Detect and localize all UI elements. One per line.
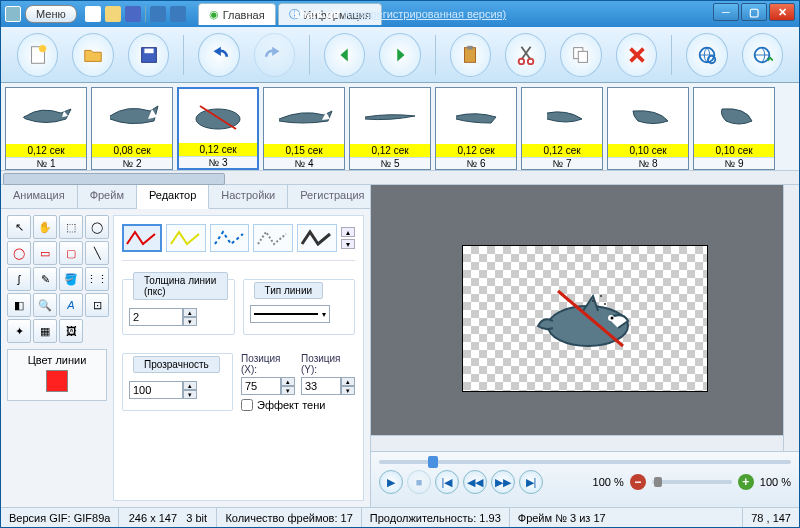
effect1-tool-icon[interactable]: ✦: [7, 319, 31, 343]
zoom-tool-icon[interactable]: 🔍: [33, 293, 57, 317]
crop-tool-icon[interactable]: ⊡: [85, 293, 109, 317]
canvas-vscrollbar[interactable]: [783, 185, 799, 451]
color-label: Цвет линии: [12, 354, 102, 366]
tab-animation[interactable]: Анимация: [1, 185, 78, 208]
image-tool-icon[interactable]: 🖼: [59, 319, 83, 343]
style-up-icon[interactable]: ▴: [341, 227, 355, 237]
style-5[interactable]: [297, 224, 337, 252]
spin-up-icon[interactable]: ▴: [183, 308, 197, 317]
frame-thumb[interactable]: 0,12 сек№ 6: [435, 87, 517, 170]
frame-thumb[interactable]: 0,12 сек№ 1: [5, 87, 87, 170]
rewind-button[interactable]: ◀◀: [463, 470, 487, 494]
svg-point-20: [600, 295, 602, 297]
zoom-label-2: 100 %: [760, 476, 791, 488]
canvas[interactable]: [462, 245, 708, 392]
play-button[interactable]: ▶: [379, 470, 403, 494]
delete-button[interactable]: [616, 33, 657, 77]
last-button[interactable]: ▶|: [519, 470, 543, 494]
copy-button[interactable]: [560, 33, 601, 77]
posx-input[interactable]: [241, 377, 281, 395]
frame-thumb[interactable]: 0,10 сек№ 8: [607, 87, 689, 170]
rect-tool-icon[interactable]: ▭: [33, 241, 57, 265]
tab-registration[interactable]: Регистрация: [288, 185, 377, 208]
spray-tool-icon[interactable]: ⋮⋮: [85, 267, 109, 291]
style-3[interactable]: [210, 224, 250, 252]
hand-tool-icon[interactable]: ✋: [33, 215, 57, 239]
prev-frame-button[interactable]: [324, 33, 365, 77]
frame-thumb[interactable]: 0,12 сек№ 5: [349, 87, 431, 170]
lasso-tool-icon[interactable]: ◯: [85, 215, 109, 239]
thickness-input[interactable]: [129, 308, 183, 326]
eraser-tool-icon[interactable]: ◧: [7, 293, 31, 317]
ellipse-tool-icon[interactable]: ◯: [7, 241, 31, 265]
text-tool-icon[interactable]: A: [59, 293, 83, 317]
unregistered-link[interactable]: (незарегистрированная версия): [344, 8, 507, 20]
minimize-button[interactable]: ─: [713, 3, 739, 21]
next-frame-button[interactable]: [379, 33, 420, 77]
style-2[interactable]: [166, 224, 206, 252]
tab-editor[interactable]: Редактор: [137, 185, 209, 209]
linetype-label: Тип линии: [254, 282, 324, 299]
tab-frame[interactable]: Фрейм: [78, 185, 137, 208]
line-tool-icon[interactable]: ╲: [85, 241, 109, 265]
close-button[interactable]: ✕: [769, 3, 795, 21]
playback-slider[interactable]: [371, 452, 799, 470]
opacity-input[interactable]: [129, 381, 183, 399]
canvas-hscrollbar[interactable]: [371, 435, 783, 451]
effect2-tool-icon[interactable]: ▦: [33, 319, 57, 343]
style-1[interactable]: [122, 224, 162, 252]
zoom-slider[interactable]: [652, 480, 732, 484]
maximize-button[interactable]: ▢: [741, 3, 767, 21]
pencil-tool-icon[interactable]: ✎: [33, 267, 57, 291]
marquee-tool-icon[interactable]: ⬚: [59, 215, 83, 239]
roundrect-tool-icon[interactable]: ▢: [59, 241, 83, 265]
frame-thumb[interactable]: 0,15 сек№ 4: [263, 87, 345, 170]
shark-drawing: [533, 276, 643, 356]
new-button[interactable]: [17, 33, 58, 77]
menu-button[interactable]: Меню: [25, 5, 77, 23]
style-4[interactable]: [253, 224, 293, 252]
tab-main[interactable]: ◉Главная: [198, 3, 276, 25]
save-button[interactable]: [128, 33, 169, 77]
undo-icon[interactable]: [150, 6, 166, 22]
posy-input[interactable]: [301, 377, 341, 395]
spin-down-icon[interactable]: ▾: [183, 317, 197, 326]
style-down-icon[interactable]: ▾: [341, 239, 355, 249]
cut-button[interactable]: [505, 33, 546, 77]
properties-panel: ▴▾ Толщина линии (пкс) ▴▾ Тип линии Проз…: [113, 215, 364, 501]
tab-settings[interactable]: Настройки: [209, 185, 288, 208]
svg-point-17: [611, 316, 614, 319]
redo-button[interactable]: [254, 33, 295, 77]
stop-button[interactable]: ■: [407, 470, 431, 494]
svg-point-7: [528, 58, 534, 63]
undo-button[interactable]: [198, 33, 239, 77]
frame-thumb[interactable]: 0,10 сек№ 9: [693, 87, 775, 170]
zoom-out-button[interactable]: −: [630, 474, 646, 490]
frame-thumb[interactable]: 0,12 сек№ 7: [521, 87, 603, 170]
open-button[interactable]: [72, 33, 113, 77]
frame-thumb[interactable]: 0,12 сек№ 3: [177, 87, 259, 170]
new-icon[interactable]: [85, 6, 101, 22]
svg-point-1: [39, 44, 46, 51]
frame-thumb[interactable]: 0,08 сек№ 2: [91, 87, 173, 170]
shadow-checkbox[interactable]: Эффект тени: [241, 399, 355, 411]
zoom-in-button[interactable]: +: [738, 474, 754, 490]
paste-button[interactable]: [450, 33, 491, 77]
web-preview-button[interactable]: [686, 33, 727, 77]
web-upload-button[interactable]: [742, 33, 783, 77]
first-button[interactable]: |◀: [435, 470, 459, 494]
bucket-tool-icon[interactable]: 🪣: [59, 267, 83, 291]
svg-rect-9: [578, 51, 587, 62]
select-tool-icon[interactable]: ↖: [7, 215, 31, 239]
redo-icon[interactable]: [170, 6, 186, 22]
linetype-select[interactable]: [250, 305, 330, 323]
player-bar: ▶ ■ |◀ ◀◀ ▶▶ ▶| 100 % − + 100 %: [371, 451, 799, 507]
open-icon[interactable]: [105, 6, 121, 22]
frames-scrollbar[interactable]: [1, 171, 799, 185]
left-panel: Анимация Фрейм Редактор Настройки Регист…: [1, 185, 371, 507]
save-icon[interactable]: [125, 6, 141, 22]
curve-tool-icon[interactable]: ∫: [7, 267, 31, 291]
color-swatch[interactable]: [46, 370, 68, 392]
ribbon-toolbar: [1, 27, 799, 83]
forward-button[interactable]: ▶▶: [491, 470, 515, 494]
